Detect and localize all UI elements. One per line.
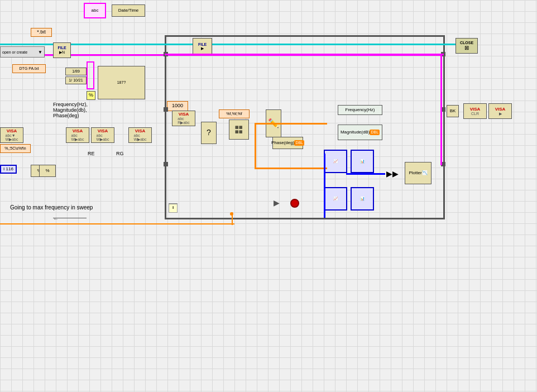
orange-junction bbox=[230, 212, 233, 216]
visa-block-4: VISA abcW▶abc bbox=[128, 127, 152, 143]
percent-block: % bbox=[87, 91, 95, 100]
small-block-i2: % bbox=[39, 165, 56, 177]
string-indicator-top: abc bbox=[84, 3, 106, 18]
visa-right-block: VISA ▶ bbox=[488, 103, 512, 119]
status-label: Going to max frequency in sweep bbox=[10, 204, 93, 211]
visa-clr-block: VISA CLR bbox=[463, 103, 487, 119]
plotter-block: Plotter 📉 bbox=[405, 162, 431, 184]
xy-graph-bot: 📈 bbox=[324, 187, 347, 211]
visa-block-1: VISA abc▼W▶abc bbox=[0, 127, 23, 143]
open-create-dropdown[interactable]: open or create ▼ bbox=[0, 46, 45, 58]
wire-orange-ext bbox=[232, 223, 233, 225]
term-left-bot bbox=[164, 162, 168, 166]
pink-connector-left bbox=[87, 61, 94, 89]
term-right-mid bbox=[441, 107, 445, 112]
xy-graph-bot2: 📊 bbox=[351, 187, 374, 211]
visa-block-3: VISA abcW▶abc bbox=[91, 127, 114, 143]
const-1000: 1000 bbox=[167, 101, 188, 111]
xy-graph-top2: 📊 bbox=[351, 150, 374, 173]
array-block-right: 187? bbox=[98, 66, 145, 99]
frequency-label-block: Frequency(Hz) bbox=[338, 105, 382, 115]
visa-block-2: VISA abcW▶abc bbox=[66, 127, 89, 143]
re-label: RE bbox=[88, 151, 95, 156]
format-string-loop: %f,%f,%f bbox=[219, 109, 250, 118]
dtg-pa-constant: DTG PA.txt bbox=[12, 64, 46, 73]
const-1021: 1/ 10/21 bbox=[65, 77, 87, 84]
term-left-top bbox=[164, 52, 168, 56]
wire-orange-bottom bbox=[0, 223, 234, 224]
format-string-constant: %,;5C\s%f\n bbox=[0, 144, 31, 153]
play-button[interactable]: ▶ bbox=[274, 198, 280, 207]
close-block: CLOSE ⊠ bbox=[456, 38, 478, 54]
file-block-loop: FILE ▶ bbox=[193, 38, 212, 55]
txt-constant: *.txt bbox=[31, 28, 52, 37]
rg-label: RG bbox=[116, 151, 124, 156]
visa-block-loop: VISA abcR▶abc bbox=[172, 111, 195, 126]
file-open-block: FILE ▶N bbox=[53, 42, 71, 58]
freq-mag-phase-label: Frequency(Hz), Magnitude(db), Phase(deg) bbox=[53, 102, 88, 118]
bk-block: BK bbox=[447, 105, 459, 117]
term-right-top bbox=[441, 52, 445, 56]
term-right-bot bbox=[441, 162, 445, 166]
array-block-loop: ▦▦▦▦ bbox=[229, 119, 249, 140]
i116-block: I 116 bbox=[0, 165, 17, 174]
magnitude-label-block: Magnitude(dB) DBL bbox=[338, 125, 382, 140]
term-left-mid bbox=[164, 107, 168, 112]
question-block: ? bbox=[201, 122, 217, 144]
const-189: 1/89 bbox=[65, 68, 87, 75]
stop-button[interactable] bbox=[290, 199, 299, 208]
phase-indicator: Phase(deg) DBL bbox=[272, 137, 303, 149]
arrow-left-icon: ← bbox=[53, 216, 59, 222]
arrow-right-icon: ▶▶ bbox=[386, 169, 399, 178]
info-box: i bbox=[169, 204, 178, 213]
pencil-block: ✏️ bbox=[266, 109, 281, 137]
datetime-block: Date/Time bbox=[112, 4, 145, 17]
xy-graph-top: 📈 bbox=[324, 150, 347, 173]
dropdown-arrow-icon: ▼ bbox=[38, 50, 42, 55]
